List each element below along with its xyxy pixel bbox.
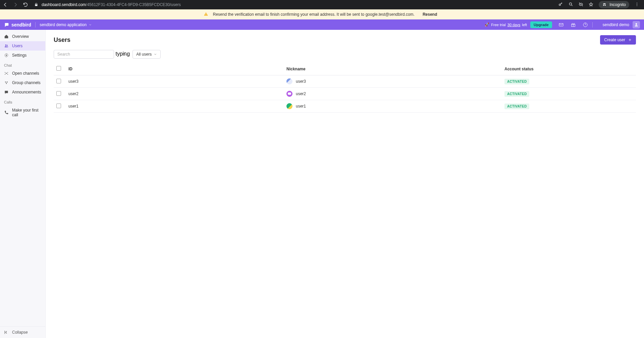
cell-id: user1 bbox=[66, 100, 284, 113]
trial-status: 🚀 Free trial 30 days left bbox=[485, 22, 527, 27]
brand-logo[interactable]: sendbird bbox=[4, 22, 31, 27]
eye-off-icon[interactable] bbox=[579, 2, 583, 8]
filter-label: All users bbox=[136, 52, 152, 57]
mail-icon[interactable] bbox=[558, 22, 564, 28]
verification-banner: Resend the verification email to finish … bbox=[0, 9, 644, 19]
svg-point-12 bbox=[636, 23, 637, 25]
avatar bbox=[633, 21, 640, 28]
row-checkbox[interactable] bbox=[56, 79, 61, 83]
svg-point-4 bbox=[637, 2, 637, 3]
table-header-row: ID Nickname Account status bbox=[54, 63, 636, 75]
collapse-button[interactable]: Collapse bbox=[0, 327, 45, 338]
svg-point-25 bbox=[124, 52, 126, 55]
table-row[interactable]: user3 user3 ACTIVATED bbox=[54, 75, 636, 88]
page-title: Users bbox=[54, 37, 70, 44]
search-box: typing bbox=[54, 50, 130, 59]
search-input[interactable] bbox=[54, 50, 114, 59]
trial-days[interactable]: 30 days bbox=[507, 23, 521, 27]
resend-button[interactable]: Resend bbox=[419, 11, 440, 18]
back-icon[interactable] bbox=[3, 2, 8, 7]
select-all-checkbox[interactable] bbox=[56, 66, 61, 71]
group-channels-icon bbox=[4, 80, 9, 85]
app-selector[interactable]: sendbird demo application bbox=[40, 22, 92, 27]
brand-text: sendbird bbox=[11, 22, 31, 27]
create-user-button[interactable]: Create user bbox=[600, 35, 636, 45]
sidebar-section-calls: Calls bbox=[0, 97, 45, 106]
sidebar-item-users[interactable]: Users bbox=[0, 41, 45, 51]
profile-name: sendbird demo bbox=[603, 22, 629, 27]
row-checkbox[interactable] bbox=[56, 104, 61, 108]
incognito-icon bbox=[602, 2, 607, 7]
filter-dropdown[interactable]: All users bbox=[132, 50, 161, 59]
sidebar-section-chat: Chat bbox=[0, 60, 45, 69]
incognito-badge[interactable]: Incognito bbox=[599, 1, 629, 8]
table-row[interactable]: user2 user2 ACTIVATED bbox=[54, 88, 636, 100]
star-icon[interactable] bbox=[589, 2, 593, 8]
sidebar-item-settings[interactable]: Settings bbox=[0, 51, 45, 60]
phone-icon bbox=[4, 110, 9, 115]
svg-point-2 bbox=[603, 5, 604, 6]
divider bbox=[35, 22, 36, 27]
avatar bbox=[286, 103, 292, 109]
col-id[interactable]: ID bbox=[66, 63, 284, 75]
forward-icon[interactable] bbox=[13, 2, 18, 7]
divider bbox=[592, 22, 593, 27]
warning-icon bbox=[204, 12, 208, 17]
search-icon[interactable] bbox=[569, 2, 573, 8]
svg-point-13 bbox=[5, 45, 7, 46]
gift-icon[interactable] bbox=[570, 22, 576, 28]
svg-point-5 bbox=[637, 4, 637, 5]
sidebar-item-group-channels[interactable]: Group channels bbox=[0, 78, 45, 87]
sidebar-item-first-call[interactable]: Make your first call bbox=[0, 106, 45, 120]
sidebar-item-label: Make your first call bbox=[12, 108, 41, 117]
cell-status: ACTIVATED bbox=[502, 88, 636, 100]
key-icon[interactable] bbox=[558, 2, 563, 8]
app-header: sendbird sendbird demo application 🚀 Fre… bbox=[0, 19, 644, 30]
address-bar[interactable]: dashboard.sendbird.com/45612F31-4304-4FC… bbox=[34, 2, 558, 7]
trial-suffix: left bbox=[522, 23, 527, 27]
sidebar: Overview Users Settings Chat Open channe… bbox=[0, 30, 46, 338]
reload-icon[interactable] bbox=[23, 2, 28, 7]
row-checkbox[interactable] bbox=[56, 91, 61, 96]
svg-rect-8 bbox=[206, 15, 206, 15]
svg-rect-9 bbox=[559, 23, 563, 26]
avatar bbox=[286, 91, 292, 97]
sidebar-item-open-channels[interactable]: Open channels bbox=[0, 69, 45, 78]
home-icon bbox=[4, 34, 9, 39]
sidebar-item-label: Users bbox=[12, 44, 22, 48]
svg-point-3 bbox=[605, 5, 606, 6]
cell-id: user3 bbox=[66, 75, 284, 88]
cell-nickname: user2 bbox=[284, 88, 502, 100]
open-channels-icon bbox=[4, 71, 9, 76]
kebab-icon[interactable] bbox=[635, 2, 639, 8]
sendbird-icon bbox=[4, 22, 9, 27]
search-icon[interactable] bbox=[123, 52, 128, 58]
sidebar-item-announcements[interactable]: Announcements bbox=[0, 87, 45, 97]
svg-point-1 bbox=[570, 3, 572, 5]
users-table: ID Nickname Account status user3 user3 A… bbox=[54, 63, 636, 113]
collapse-label: Collapse bbox=[12, 330, 28, 335]
profile-menu[interactable]: sendbird demo bbox=[603, 21, 640, 28]
cell-status: ACTIVATED bbox=[502, 75, 636, 88]
table-row[interactable]: user1 user1 ACTIVATED bbox=[54, 100, 636, 113]
collapse-icon bbox=[4, 330, 9, 335]
sidebar-item-label: Settings bbox=[12, 53, 26, 58]
col-nickname[interactable]: Nickname bbox=[284, 63, 502, 75]
sidebar-item-label: Announcements bbox=[12, 90, 41, 94]
banner-text: Resend the verification email to finish … bbox=[213, 12, 415, 17]
upgrade-button[interactable]: Upgrade bbox=[530, 21, 552, 28]
main-content: Users Create user typing All users ID bbox=[46, 30, 644, 338]
help-icon[interactable] bbox=[582, 22, 588, 28]
cell-status: ACTIVATED bbox=[502, 100, 636, 113]
sidebar-item-label: Group channels bbox=[12, 80, 41, 85]
cell-id: user2 bbox=[66, 88, 284, 100]
svg-rect-24 bbox=[5, 91, 8, 93]
trial-prefix: Free trial bbox=[491, 23, 505, 27]
sidebar-item-overview[interactable]: Overview bbox=[0, 32, 45, 41]
lock-icon bbox=[34, 3, 38, 7]
cell-nickname: user1 bbox=[284, 100, 502, 113]
col-status[interactable]: Account status bbox=[502, 63, 636, 75]
cell-nickname: user3 bbox=[284, 75, 502, 88]
avatar bbox=[286, 78, 292, 84]
announcements-icon bbox=[4, 90, 9, 94]
